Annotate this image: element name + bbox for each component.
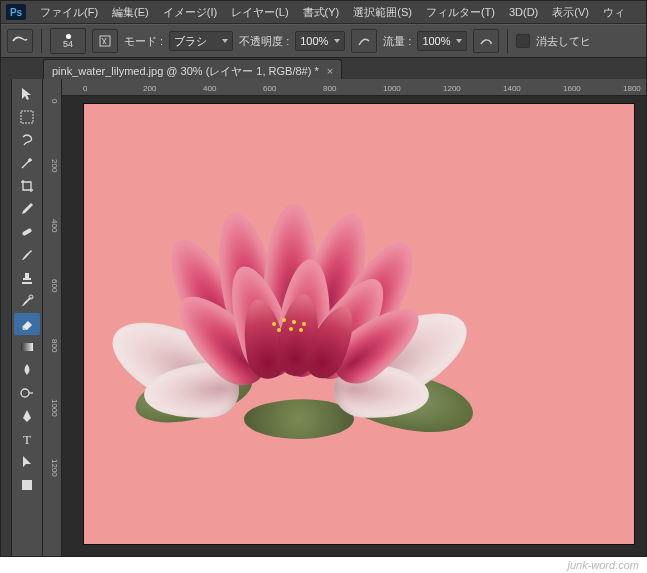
flow-label: 流量 : [383, 34, 411, 49]
menu-layer[interactable]: レイヤー(L) [224, 3, 295, 22]
ruler-h-tick: 400 [203, 84, 216, 93]
crop-tool-icon[interactable] [14, 175, 40, 197]
gradient-tool-icon[interactable] [14, 336, 40, 358]
lasso-tool-icon[interactable] [14, 129, 40, 151]
ruler-h-tick: 800 [323, 84, 336, 93]
svg-text:Ps: Ps [10, 7, 23, 18]
menu-bar: Ps ファイル(F) 編集(E) イメージ(I) レイヤー(L) 書式(Y) 選… [1, 1, 646, 24]
ruler-v-tick: 0 [50, 99, 59, 103]
divider [507, 29, 508, 53]
opacity-value: 100% [300, 35, 328, 47]
ruler-vertical[interactable]: 0 200 400 600 800 1000 1200 [43, 79, 62, 556]
brush-size-picker[interactable]: 54 [50, 28, 86, 54]
ruler-v-tick: 1000 [50, 399, 59, 417]
pen-tool-icon[interactable] [14, 405, 40, 427]
menu-image[interactable]: イメージ(I) [156, 3, 224, 22]
menu-filter[interactable]: フィルター(T) [419, 3, 502, 22]
mode-dropdown[interactable]: ブラシ [169, 31, 233, 51]
brush-panel-icon[interactable] [92, 29, 118, 53]
menu-type[interactable]: 書式(Y) [296, 3, 347, 22]
flow-field[interactable]: 100% [417, 31, 467, 51]
ps-logo-icon: Ps [5, 3, 27, 21]
brush-tool-icon[interactable] [14, 244, 40, 266]
flow-value: 100% [422, 35, 450, 47]
airbrush-icon[interactable] [473, 29, 499, 53]
watermark: junk-word.com [567, 559, 639, 571]
pressure-opacity-icon[interactable] [351, 29, 377, 53]
marquee-tool-icon[interactable] [14, 106, 40, 128]
ruler-v-tick: 200 [50, 159, 59, 172]
panel-strip [1, 79, 12, 556]
ruler-h-tick: 1000 [383, 84, 401, 93]
svg-rect-7 [21, 343, 33, 351]
workspace: T 0 200 400 600 800 1000 1200 1400 1600 … [1, 79, 646, 556]
svg-rect-4 [21, 111, 33, 123]
opacity-label: 不透明度 : [239, 34, 289, 49]
stamp-tool-icon[interactable] [14, 267, 40, 289]
ruler-v-tick: 1200 [50, 459, 59, 477]
opacity-field[interactable]: 100% [295, 31, 345, 51]
brush-size-value: 54 [63, 39, 73, 49]
tool-panel: T [12, 79, 43, 556]
ruler-v-tick: 400 [50, 219, 59, 232]
option-bar: 54 モード : ブラシ 不透明度 : 100% 流量 : 100% 消去してヒ [1, 24, 646, 58]
menu-view[interactable]: 表示(V) [545, 3, 596, 22]
ruler-v-tick: 800 [50, 339, 59, 352]
eraser-tool-icon[interactable] [14, 313, 40, 335]
svg-rect-10 [22, 480, 32, 490]
svg-text:T: T [23, 432, 31, 447]
svg-point-6 [29, 295, 33, 299]
chevron-down-icon [334, 39, 340, 43]
svg-rect-5 [22, 228, 33, 236]
menu-edit[interactable]: 編集(E) [105, 3, 156, 22]
history-brush-icon[interactable] [14, 290, 40, 312]
ruler-h-tick: 200 [143, 84, 156, 93]
ruler-h-tick: 1600 [563, 84, 581, 93]
mode-value: ブラシ [174, 34, 207, 49]
mode-label: モード : [124, 34, 163, 49]
dodge-tool-icon[interactable] [14, 382, 40, 404]
path-select-tool-icon[interactable] [14, 451, 40, 473]
blur-tool-icon[interactable] [14, 359, 40, 381]
ruler-h-tick: 0 [83, 84, 87, 93]
photoshop-window: Ps ファイル(F) 編集(E) イメージ(I) レイヤー(L) 書式(Y) 選… [0, 0, 647, 557]
menu-3d[interactable]: 3D(D) [502, 4, 545, 20]
canvas[interactable] [83, 103, 635, 545]
ruler-h-tick: 1200 [443, 84, 461, 93]
ruler-horizontal[interactable]: 0 200 400 600 800 1000 1200 1400 1600 18… [61, 79, 646, 96]
healing-tool-icon[interactable] [14, 221, 40, 243]
shape-tool-icon[interactable] [14, 474, 40, 496]
ruler-v-tick: 600 [50, 279, 59, 292]
flower-image [124, 194, 464, 444]
ruler-h-tick: 600 [263, 84, 276, 93]
ruler-h-tick: 1800 [623, 84, 641, 93]
eyedropper-tool-icon[interactable] [14, 198, 40, 220]
tool-preset-icon[interactable] [7, 29, 33, 53]
menu-file[interactable]: ファイル(F) [33, 3, 105, 22]
ruler-h-tick: 1400 [503, 84, 521, 93]
menu-window[interactable]: ウィ [596, 3, 632, 22]
close-icon[interactable]: × [327, 65, 333, 77]
svg-point-8 [21, 389, 29, 397]
chevron-down-icon [222, 39, 228, 43]
type-tool-icon[interactable]: T [14, 428, 40, 450]
chevron-down-icon [456, 39, 462, 43]
wand-tool-icon[interactable] [14, 152, 40, 174]
canvas-area: 0 200 400 600 800 1000 1200 1400 1600 18… [43, 79, 646, 556]
erase-history-label: 消去してヒ [536, 34, 591, 49]
divider [41, 29, 42, 53]
menu-select[interactable]: 選択範囲(S) [346, 3, 419, 22]
move-tool-icon[interactable] [14, 83, 40, 105]
svg-point-3 [490, 42, 492, 44]
document-tab-title: pink_water_lilymed.jpg @ 30% (レイヤー 1, RG… [52, 64, 319, 79]
erase-history-checkbox[interactable] [516, 34, 530, 48]
